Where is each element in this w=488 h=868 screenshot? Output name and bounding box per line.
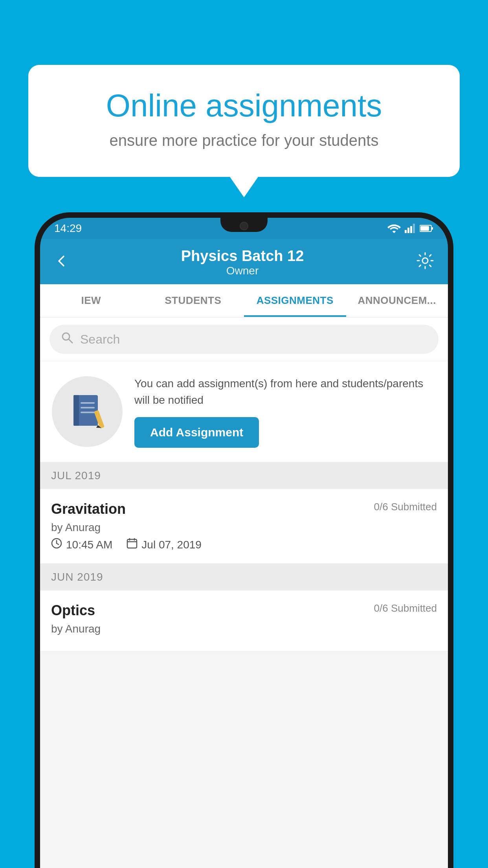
promo-content: You can add assignment(s) from here and …: [134, 375, 436, 448]
phone-screen: 14:29: [40, 218, 448, 868]
assignment-item-header-optics: Optics 0/6 Submitted: [51, 602, 437, 619]
status-icons: [387, 224, 434, 233]
notebook-icon: [70, 392, 105, 431]
assignment-submitted: 0/6 Submitted: [374, 501, 437, 513]
svg-rect-1: [407, 228, 409, 233]
add-assignment-button[interactable]: Add Assignment: [134, 417, 259, 448]
svg-rect-10: [73, 395, 79, 426]
status-time: 14:29: [54, 222, 82, 235]
wifi-icon: [387, 224, 401, 233]
header-subtitle: Owner: [181, 265, 304, 277]
speech-bubble-container: Online assignments ensure more practice …: [28, 65, 460, 177]
svg-rect-13: [81, 412, 95, 413]
assignment-time-value: 10:45 AM: [66, 539, 112, 551]
assignment-item-gravitation[interactable]: Gravitation 0/6 Submitted by Anurag 10:4…: [40, 489, 448, 564]
assignment-date: Jul 07, 2019: [127, 538, 202, 552]
clock-icon: [51, 538, 62, 552]
tab-students[interactable]: STUDENTS: [142, 284, 244, 317]
assignment-icon-circle: [52, 376, 123, 447]
screen-content: Search: [40, 318, 448, 868]
signal-icon: [405, 224, 416, 233]
assignment-name: Gravitation: [51, 501, 126, 517]
assignment-date-value: Jul 07, 2019: [141, 539, 202, 551]
bubble-subtitle: ensure more practice for your students: [60, 132, 428, 149]
tab-assignments[interactable]: ASSIGNMENTS: [244, 284, 346, 317]
svg-rect-0: [405, 230, 407, 233]
tab-announcements[interactable]: ANNOUNCEM...: [346, 284, 448, 317]
assignment-time: 10:45 AM: [51, 538, 112, 552]
add-assignment-promo: You can add assignment(s) from here and …: [40, 361, 448, 462]
assignment-by: by Anurag: [51, 521, 437, 534]
app-header: Physics Batch 12 Owner: [40, 239, 448, 284]
search-placeholder: Search: [80, 332, 120, 347]
svg-rect-6: [420, 226, 429, 231]
assignment-item-header: Gravitation 0/6 Submitted: [51, 501, 437, 517]
phone-mockup: 14:29: [35, 212, 453, 868]
bubble-title: Online assignments: [60, 88, 428, 123]
assignment-name-optics: Optics: [51, 602, 95, 619]
tab-iew[interactable]: IEW: [40, 284, 142, 317]
promo-text: You can add assignment(s) from here and …: [134, 375, 436, 408]
svg-rect-5: [431, 227, 433, 230]
search-icon: [61, 331, 74, 348]
month-header-jun: JUN 2019: [40, 564, 448, 590]
month-header-jul: JUL 2019: [40, 462, 448, 489]
assignment-item-optics[interactable]: Optics 0/6 Submitted by Anurag: [40, 590, 448, 651]
assignment-by-optics: by Anurag: [51, 623, 437, 635]
tab-bar: IEW STUDENTS ASSIGNMENTS ANNOUNCEM...: [40, 284, 448, 318]
phone-notch: [220, 218, 268, 232]
svg-rect-17: [127, 539, 137, 548]
svg-rect-2: [410, 226, 412, 233]
phone-camera: [240, 222, 248, 230]
header-title: Physics Batch 12: [181, 248, 304, 265]
svg-rect-3: [413, 224, 415, 233]
calendar-icon: [127, 538, 138, 552]
svg-rect-11: [81, 402, 95, 404]
search-container: Search: [40, 318, 448, 361]
search-input-wrap[interactable]: Search: [50, 325, 438, 354]
back-button[interactable]: [54, 253, 68, 272]
svg-point-7: [422, 258, 428, 263]
svg-rect-12: [81, 407, 95, 408]
assignment-submitted-optics: 0/6 Submitted: [374, 602, 437, 614]
header-center: Physics Batch 12 Owner: [181, 248, 304, 277]
settings-button[interactable]: [416, 252, 434, 273]
speech-bubble: Online assignments ensure more practice …: [28, 65, 460, 177]
battery-icon: [420, 224, 434, 233]
assignment-meta: 10:45 AM Jul 07, 2019: [51, 538, 437, 552]
